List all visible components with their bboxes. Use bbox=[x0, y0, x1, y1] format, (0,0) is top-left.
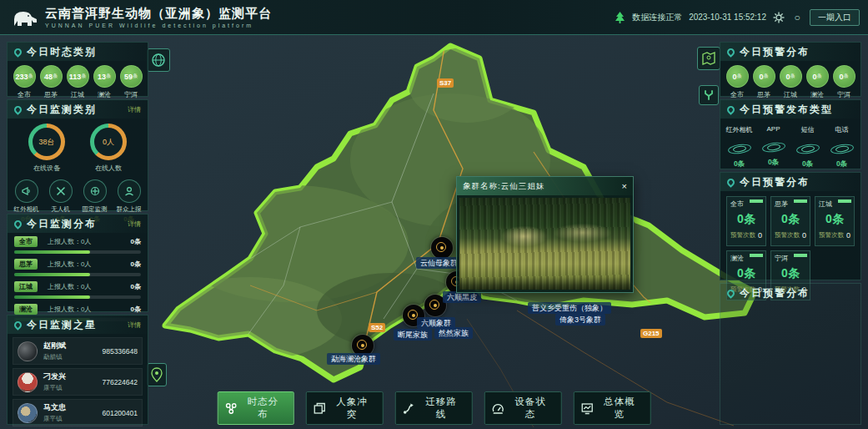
panel-title: 今日预警分布 bbox=[740, 175, 810, 189]
location-pin-icon bbox=[151, 367, 163, 382]
progress-bar bbox=[14, 273, 90, 276]
warning-type-app: APP0条 bbox=[758, 125, 790, 169]
route-icon bbox=[403, 402, 415, 415]
elephant-marker[interactable] bbox=[431, 237, 453, 259]
donut-chart: 38台 bbox=[28, 124, 65, 160]
popup-title: 象群名称:云仙三姐妹 bbox=[463, 181, 544, 192]
details-link[interactable]: 详情 bbox=[128, 320, 141, 330]
stat-item: 0条江城 bbox=[778, 65, 803, 99]
toolbar-overall-overview[interactable]: 总体概览 bbox=[574, 391, 651, 425]
monitor-star-row[interactable]: 马文忠康平镇 601200401 bbox=[13, 399, 143, 426]
group-label[interactable]: 普义乡受重伤（独象） bbox=[528, 302, 611, 314]
avatar bbox=[18, 372, 38, 392]
popup-header: 象群名称:云仙三姐妹 × bbox=[457, 177, 633, 195]
group-label[interactable]: 断尾家族 bbox=[394, 329, 432, 341]
road-badge: S37 bbox=[437, 78, 454, 88]
marker-dot-icon bbox=[361, 344, 364, 347]
page-subtitle: YUNNAN PUER Wildlife detection platform bbox=[45, 23, 272, 28]
distribution-row: 江城上报人数：0人0条 bbox=[8, 278, 148, 300]
donut-online-people: 0人 在线人数 bbox=[90, 124, 127, 173]
panel-title: 今日预警发布类型 bbox=[740, 103, 833, 117]
connection-status: 数据连接正常 bbox=[632, 12, 682, 23]
marker-dot-icon bbox=[434, 304, 437, 307]
gauge-icon bbox=[492, 402, 504, 415]
panel-title: 今日监测分布 bbox=[27, 217, 97, 231]
tree-status-icon bbox=[615, 12, 625, 23]
globe-icon bbox=[151, 53, 166, 68]
wrench-icon bbox=[703, 89, 715, 101]
warning-type-infrared: 红外相机0条 bbox=[724, 125, 755, 169]
panel-title-icon bbox=[13, 47, 23, 58]
stat-item: 0条思茅 bbox=[751, 65, 776, 99]
refresh-icon[interactable]: ○ bbox=[791, 12, 803, 23]
monitor-star-row[interactable]: 赵刚斌勐腊镇 985336648 bbox=[13, 337, 143, 365]
elephant-habitat-photo bbox=[459, 198, 630, 290]
details-link[interactable]: 详情 bbox=[128, 105, 141, 114]
panel-title: 今日监测之星 bbox=[27, 318, 97, 332]
panel-title-icon bbox=[13, 320, 23, 331]
panel-today-warning-publish-type: 今日预警发布类型 红外相机0条 APP0条 短信0条 电话0条 bbox=[720, 99, 861, 169]
layers-map-button[interactable] bbox=[697, 47, 720, 70]
corner-stripe bbox=[794, 254, 807, 257]
panel-title-icon bbox=[13, 104, 23, 115]
signal-swirl-icon bbox=[830, 141, 854, 154]
panel-title-icon bbox=[725, 177, 736, 188]
panel-today-warning-cards: 今日预警分布 全市0条预警次数0 思茅0条预警次数0 江城0条预警次数0 澜沧0… bbox=[720, 172, 861, 280]
warning-type-phone: 电话0条 bbox=[826, 125, 858, 169]
warning-card: 江城0条预警次数0 bbox=[815, 196, 855, 246]
close-icon[interactable]: × bbox=[622, 182, 627, 191]
monitor-star-row[interactable]: 刁发兴康平镇 776224642 bbox=[13, 368, 143, 396]
warning-card: 全市0条预警次数0 bbox=[726, 196, 766, 246]
stat-item: 0条宁洱 bbox=[831, 65, 856, 99]
elephant-group-popup: 象群名称:云仙三姐妹 × bbox=[456, 176, 634, 293]
details-link[interactable]: 详情 bbox=[128, 220, 141, 229]
panel-title: 今日时态类别 bbox=[27, 45, 97, 59]
group-label[interactable]: 六顺黑皮 bbox=[443, 291, 481, 303]
road-badge: G215 bbox=[640, 329, 662, 338]
person-icon bbox=[123, 185, 135, 197]
stat-item: 233条全市 bbox=[12, 65, 37, 99]
panel-today-monitor-distribution: 今日监测分布 详情 全市上报人数：0人0条 思茅上报人数：0人0条 江城上报人数… bbox=[7, 214, 148, 312]
globe-button[interactable] bbox=[147, 48, 170, 72]
panel-title-icon bbox=[725, 104, 736, 115]
donut-chart: 0人 bbox=[90, 124, 127, 160]
panel-today-warning-distribution-empty: 今日预警分布 bbox=[720, 283, 861, 425]
stacked-squares-icon bbox=[314, 402, 326, 415]
toolbar-migration-route[interactable]: 迁移路线 bbox=[395, 391, 473, 425]
panel-title: 今日监测类别 bbox=[27, 103, 97, 117]
donut-online-devices: 38台 在线设备 bbox=[28, 124, 65, 173]
progress-bar bbox=[14, 250, 90, 254]
group-label[interactable]: 云仙母象群 bbox=[416, 257, 462, 269]
corner-stripe bbox=[838, 199, 851, 203]
toolbar-device-status[interactable]: 设备状态 bbox=[484, 391, 562, 425]
locate-button[interactable] bbox=[147, 363, 167, 386]
stat-item: 13条澜沧 bbox=[92, 65, 117, 99]
map-icon bbox=[701, 51, 716, 66]
panel-title-icon bbox=[725, 47, 736, 58]
group-label[interactable]: 倚象3号象群 bbox=[555, 314, 605, 326]
warning-card: 思茅0条预警次数0 bbox=[770, 196, 810, 246]
corner-stripe bbox=[750, 254, 763, 257]
app-header: 云南普洱野生动物（亚洲象）监测平台 YUNNAN PUER Wildlife d… bbox=[0, 0, 868, 35]
corner-stripe bbox=[750, 199, 763, 203]
distribution-row: 思茅上报人数：0人0条 bbox=[8, 255, 148, 278]
stat-item: 48条思茅 bbox=[38, 65, 63, 99]
avatar bbox=[18, 341, 38, 361]
signal-swirl-icon bbox=[796, 141, 820, 154]
elephant-logo-icon bbox=[10, 7, 38, 28]
group-label[interactable]: 勐海澜沧象群 bbox=[327, 353, 380, 365]
toolbar-human-elephant-conflict[interactable]: 人象冲突 bbox=[306, 391, 384, 425]
group-label[interactable]: 然然家族 bbox=[434, 327, 473, 339]
phase-one-entry-button[interactable]: 一期入口 bbox=[810, 9, 860, 26]
page-title: 云南普洱野生动物（亚洲象）监测平台 bbox=[45, 6, 272, 22]
stat-item: 0条全市 bbox=[725, 65, 750, 99]
tools-button[interactable] bbox=[699, 85, 719, 105]
drone-icon bbox=[55, 185, 67, 197]
network-dots-icon bbox=[224, 402, 237, 415]
gear-icon[interactable] bbox=[773, 12, 785, 23]
toolbar-status-distribution[interactable]: 时态分布 bbox=[217, 391, 294, 425]
avatar bbox=[18, 403, 38, 423]
datetime: 2023-10-31 15:52:12 bbox=[689, 13, 766, 22]
marker-dot-icon bbox=[440, 246, 444, 250]
panel-today-status-category: 今日时态类别 233条全市 48条思茅 113条江城 13条澜沧 59条宁洱 bbox=[7, 42, 148, 97]
